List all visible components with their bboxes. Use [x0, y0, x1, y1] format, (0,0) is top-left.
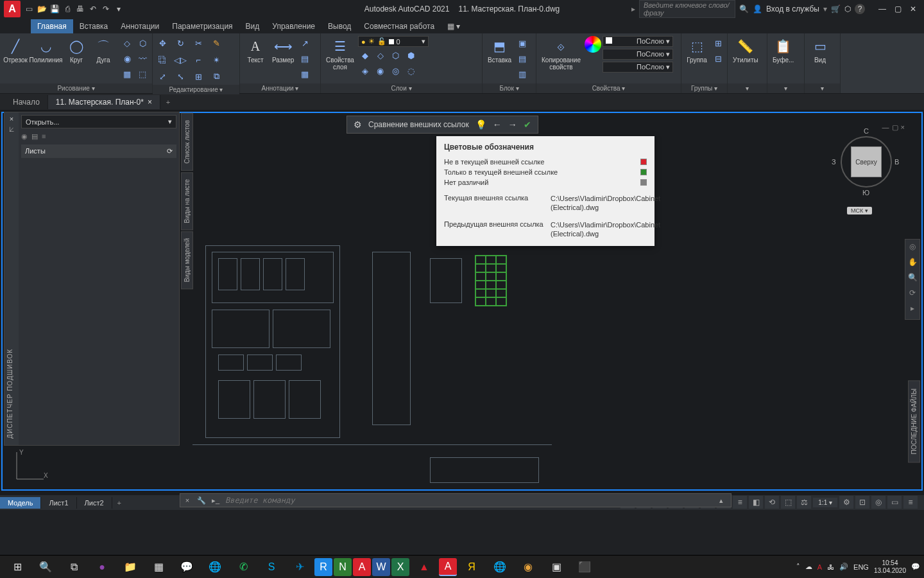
group-tool-icon[interactable]: ⊟ — [711, 51, 725, 66]
user-icon[interactable]: 👤 — [753, 4, 762, 13]
app-store-icon[interactable]: ⬡ — [844, 4, 851, 13]
search-input[interactable]: Введите ключевое слово/фразу — [639, 0, 735, 18]
color-combo[interactable]: ПоСлою ▾ — [603, 36, 673, 47]
compass-s[interactable]: Ю — [862, 189, 869, 197]
start-button[interactable]: ⊞ — [4, 557, 31, 577]
stretch-icon[interactable]: ⤢ — [155, 69, 169, 83]
panel-title[interactable]: Слои ▾ — [321, 83, 482, 93]
search-icon[interactable]: 🔍 — [32, 557, 59, 577]
lineweight-combo[interactable]: ПоСлою ▾ — [603, 49, 673, 60]
task-view-icon[interactable]: ⧉ — [60, 557, 87, 577]
matchprop-button[interactable]: ⟐Копирование свойств — [539, 36, 583, 72]
panel-title[interactable]: ▾ — [767, 83, 804, 93]
rotate-icon[interactable]: ↻ — [173, 36, 187, 50]
view-button[interactable]: ▭Вид — [807, 36, 833, 65]
layer-tool-icon[interactable]: ⬡ — [389, 48, 403, 62]
excel-icon[interactable]: X — [391, 558, 409, 576]
qat-redo-icon[interactable]: ↷ — [100, 3, 112, 15]
showmotion-icon[interactable]: ▸ — [907, 304, 918, 317]
status-scale[interactable]: 1:1 ▾ — [813, 498, 837, 507]
cmd-customize-icon[interactable]: 🔧 — [194, 496, 209, 505]
chrome-icon[interactable]: 🌐 — [201, 557, 228, 577]
palette-close-icon[interactable]: × — [10, 115, 13, 123]
command-input[interactable] — [223, 495, 714, 506]
fillet-icon[interactable]: ⌐ — [191, 53, 205, 67]
command-line[interactable]: × 🔧 ▸_ ▴ — [180, 493, 732, 507]
ribbon-tab-manage[interactable]: Управление — [266, 19, 321, 33]
layout-tab-2[interactable]: Лист2 — [77, 497, 112, 509]
steering-wheel-icon[interactable]: ◎ — [907, 242, 918, 255]
side-tab-sheet-views[interactable]: Виды на листе — [181, 172, 193, 230]
tray-up-icon[interactable]: ˄ — [796, 563, 800, 571]
ribbon-tab-output[interactable]: Вывод — [321, 19, 357, 33]
qat-undo-icon[interactable]: ↶ — [87, 3, 99, 15]
gear-icon[interactable]: ⚙ — [354, 119, 362, 130]
ribbon-tab-extra-icon[interactable]: ▦ ▾ — [441, 19, 466, 33]
leader-icon[interactable]: ↗ — [298, 36, 312, 50]
block-tool-icon[interactable]: ▤ — [515, 51, 529, 66]
status-lwt-icon[interactable]: ≡ — [733, 496, 747, 509]
polyline-button[interactable]: ◡Полилиния — [30, 36, 62, 65]
tray-network-icon[interactable]: 🖧 — [827, 563, 834, 571]
close-tab-icon[interactable]: × — [148, 98, 152, 107]
qat-share-icon[interactable]: ▾ — [113, 3, 124, 15]
explode-icon[interactable]: ✴ — [209, 53, 223, 67]
layer-props-button[interactable]: ☰Свойства слоя — [323, 36, 357, 72]
text-button[interactable]: AТекст — [243, 36, 268, 65]
draw-small-icon[interactable]: ◉ — [120, 51, 134, 66]
status-hw-icon[interactable]: ◎ — [871, 496, 886, 509]
draw-small-icon[interactable]: ⬡ — [135, 36, 150, 50]
telegram-icon[interactable]: ✈ — [286, 557, 313, 577]
qat-save-icon[interactable]: 💾 — [49, 3, 60, 15]
add-tab-button[interactable]: + — [160, 98, 176, 106]
move-icon[interactable]: ✥ — [155, 36, 169, 50]
layer-tool-icon[interactable]: ◌ — [404, 64, 418, 78]
palette-tool-icon[interactable]: ◉ — [21, 132, 28, 141]
app-icon[interactable]: ⬛ — [571, 557, 598, 577]
draw-small-icon[interactable]: ▦ — [120, 67, 134, 81]
ribbon-tab-collab[interactable]: Совместная работа — [357, 19, 441, 33]
group-tool-icon[interactable]: ⊞ — [711, 36, 725, 50]
status-custom-icon[interactable]: ≡ — [903, 496, 918, 509]
layer-tool-icon[interactable]: ◆ — [358, 48, 372, 62]
trim-icon[interactable]: ✂ — [191, 36, 205, 50]
panel-title[interactable]: ▾ — [805, 83, 840, 93]
status-3d-icon[interactable]: ⬚ — [781, 496, 795, 509]
circle-button[interactable]: ◯Круг — [64, 36, 89, 65]
status-gear-icon[interactable]: ⚙ — [839, 496, 853, 509]
layer-tool-icon[interactable]: ◎ — [389, 64, 403, 78]
panel-title[interactable]: Блок ▾ — [483, 83, 536, 93]
bulb-icon[interactable]: 💡 — [475, 119, 486, 130]
line-button[interactable]: ╱Отрезок — [3, 36, 28, 65]
app-icon[interactable]: ▲ — [411, 557, 438, 577]
zoom-icon[interactable]: 🔍 — [907, 273, 918, 286]
refresh-icon[interactable]: ⟳ — [167, 147, 173, 155]
arc-button[interactable]: ⌒Дуга — [90, 36, 116, 65]
draw-small-icon[interactable]: ◇ — [120, 36, 134, 50]
whatsapp-icon[interactable]: ✆ — [230, 557, 257, 577]
navis-icon[interactable]: N — [334, 558, 352, 576]
cart-icon[interactable]: 🛒 — [831, 4, 841, 13]
app-icon[interactable]: ▦ — [145, 557, 172, 577]
panel-title[interactable]: Редактирование ▾ — [153, 85, 239, 94]
maximize-button[interactable]: ▢ — [891, 3, 905, 15]
viewcube[interactable]: — ▢ × Сверху С Ю З В МСК ▾ — [828, 123, 905, 226]
block-tool-icon[interactable]: ▥ — [515, 67, 529, 81]
revit-icon[interactable]: R — [314, 558, 332, 576]
side-tab-sheets[interactable]: Список листов — [181, 113, 193, 171]
viewcube-face[interactable]: Сверху — [851, 146, 882, 177]
search-icon[interactable]: 🔍 — [739, 4, 749, 13]
prev-icon[interactable]: ← — [493, 119, 502, 130]
app-icon[interactable]: ● — [89, 557, 116, 577]
vc-minimize-icon[interactable]: — — [882, 123, 889, 132]
tray-clock[interactable]: 10:54 13.04.2020 — [874, 559, 906, 575]
yandex-icon[interactable]: Я — [458, 557, 485, 577]
utilities-button[interactable]: 📏Утилиты — [730, 36, 761, 65]
qat-open-icon[interactable]: 📂 — [36, 3, 47, 15]
next-icon[interactable]: → — [508, 119, 517, 130]
recent-files-tab[interactable]: ПОСЛЕДНИЕ ФАЙЛЫ — [908, 380, 920, 462]
offset-icon[interactable]: ⧉ — [209, 69, 223, 83]
erase-icon[interactable]: ✎ — [209, 36, 223, 50]
draw-small-icon[interactable]: 〰 — [135, 51, 150, 66]
palette-tool-icon[interactable]: ▤ — [31, 132, 38, 141]
